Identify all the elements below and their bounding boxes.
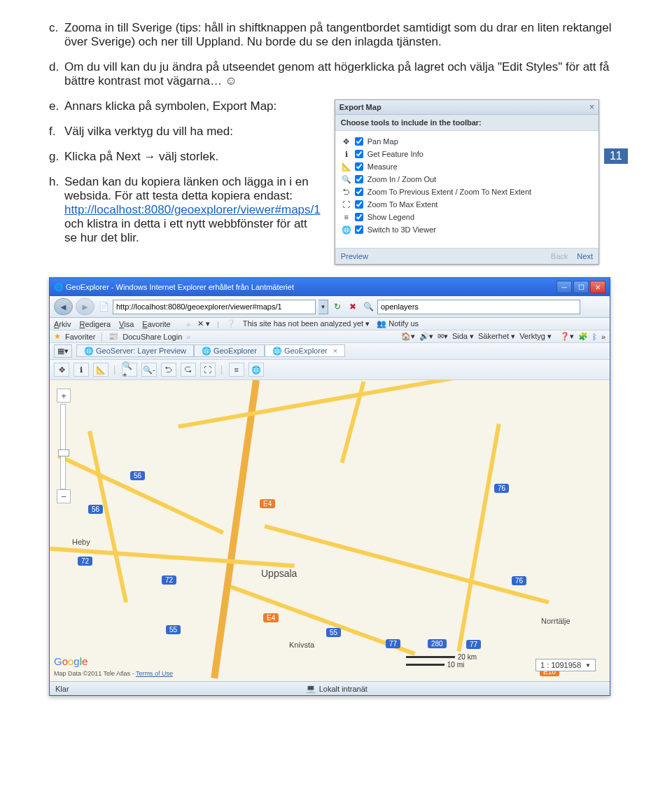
address-history-dropdown[interactable]: ▼ bbox=[318, 300, 328, 314]
road-shield: E4 bbox=[263, 613, 279, 622]
browser-tab[interactable]: 🌐 GeoServer: Layer Preview bbox=[76, 344, 194, 357]
feeds-icon[interactable]: 🔊▾ bbox=[419, 332, 433, 341]
viewer-url-link[interactable]: http://localhost:8080/geoexplorer/viewer… bbox=[64, 203, 321, 216]
tool-pan-icon[interactable]: ✥ bbox=[54, 363, 69, 377]
city-label: Heby bbox=[71, 538, 92, 546]
list-text-f: Välj vilka verktyg du vill ha med: bbox=[64, 125, 321, 139]
forward-button[interactable]: ► bbox=[76, 298, 94, 315]
dialog-preview-link[interactable]: Preview bbox=[341, 252, 368, 260]
tool-next-extent-icon[interactable]: ⮎ bbox=[181, 363, 196, 377]
search-input[interactable] bbox=[377, 300, 580, 314]
status-zone: Lokalt intranät bbox=[319, 685, 368, 693]
home-icon[interactable]: 🏠▾ bbox=[401, 332, 415, 341]
tool-legend-icon[interactable]: ≡ bbox=[229, 363, 244, 377]
quick-tabs-icon[interactable]: ▦▾ bbox=[54, 344, 72, 358]
road-shield: 77 bbox=[466, 640, 481, 649]
scale-ratio-select[interactable]: 1 : 1091958▼ bbox=[536, 659, 596, 671]
menu-item[interactable]: Visa bbox=[119, 320, 134, 328]
tool-prev-extent-icon[interactable]: ⮌ bbox=[161, 363, 176, 377]
tool-icon: ✥ bbox=[341, 137, 352, 146]
back-button[interactable]: ◄ bbox=[54, 298, 73, 315]
dialog-back-link[interactable]: Back bbox=[551, 252, 568, 260]
maximize-button[interactable]: ☐ bbox=[573, 281, 589, 293]
google-logo: Google bbox=[54, 655, 88, 667]
tool-checkbox[interactable] bbox=[355, 150, 363, 158]
tool-label: Pan Map bbox=[368, 137, 398, 146]
plugin-icon[interactable]: 🧩 bbox=[578, 332, 588, 341]
list-letter-c: c. bbox=[49, 21, 64, 49]
tab-close-icon[interactable]: × bbox=[333, 347, 337, 355]
fav-tool-item[interactable]: Säkerhet ▾ bbox=[478, 332, 515, 340]
menu-item[interactable]: Eavorite bbox=[142, 320, 170, 328]
bluetooth-icon[interactable]: ᛒ bbox=[592, 333, 597, 341]
mail-icon[interactable]: ✉▾ bbox=[438, 332, 448, 341]
tool-label: Zoom To Max Extent bbox=[368, 200, 438, 209]
tool-checkbox[interactable] bbox=[355, 162, 363, 171]
terms-link[interactable]: Terms of Use bbox=[136, 670, 173, 677]
status-left: Klar bbox=[55, 685, 69, 693]
tool-checkbox[interactable] bbox=[355, 175, 363, 183]
tool-checkbox[interactable] bbox=[355, 188, 363, 196]
list-text-h-after: och klistra in detta i ett nytt webbföns… bbox=[64, 217, 307, 244]
list-text-h: Sedan kan du kopiera länken och lägga in… bbox=[64, 175, 321, 245]
tool-icon: 🌐 bbox=[341, 225, 352, 235]
dialog-next-link[interactable]: Next bbox=[577, 252, 593, 260]
tool-icon: 📐 bbox=[341, 162, 352, 172]
tool-zoomout-icon[interactable]: 🔍- bbox=[141, 363, 157, 377]
road-shield: 72 bbox=[162, 575, 176, 585]
dialog-instruction: Choose tools to include in the toolbar: bbox=[335, 115, 598, 131]
close-button[interactable]: ✕ bbox=[590, 281, 606, 293]
search-provider-icon: 🔍 bbox=[362, 300, 374, 313]
stop-icon[interactable]: ✖ bbox=[346, 300, 359, 313]
tool-3d-icon[interactable]: 🌐 bbox=[248, 363, 264, 377]
zoom-out-button[interactable]: − bbox=[57, 489, 71, 503]
expand-icon[interactable]: » bbox=[601, 333, 606, 341]
notify-button[interactable]: 👥 Notify us bbox=[377, 319, 419, 328]
refresh-icon[interactable]: ↻ bbox=[331, 300, 344, 313]
window-title: 🌐 GeoExplorer - Windows Internet Explore… bbox=[54, 282, 294, 292]
tool-measure-icon[interactable]: 📐 bbox=[93, 363, 108, 377]
dialog-close-icon[interactable]: × bbox=[589, 102, 594, 112]
menu-item[interactable]: Arkiv bbox=[54, 320, 71, 328]
address-input[interactable] bbox=[113, 300, 316, 314]
menu-item[interactable]: Redigera bbox=[79, 320, 111, 328]
tool-icon: ℹ bbox=[341, 149, 352, 159]
list-letter-h: h. bbox=[49, 175, 64, 245]
list-letter-d: d. bbox=[49, 60, 64, 88]
tool-icon: ⮌ bbox=[341, 187, 352, 197]
tool-checkbox[interactable] bbox=[355, 225, 363, 234]
fav-tool-item[interactable]: Sida ▾ bbox=[452, 332, 474, 340]
map-canvas[interactable]: 565672725555E4E476767777280E18 HebyUppsa… bbox=[50, 380, 610, 681]
help-icon[interactable]: ❓▾ bbox=[560, 332, 574, 341]
zoom-slider[interactable] bbox=[60, 404, 66, 489]
road-shield: 76 bbox=[494, 484, 509, 493]
tool-checkbox[interactable] bbox=[355, 213, 363, 221]
tool-zoomin-icon[interactable]: 🔍+ bbox=[122, 363, 137, 377]
minimize-button[interactable]: ─ bbox=[556, 281, 572, 293]
docushare-link[interactable]: DocuShare Login bbox=[122, 333, 182, 341]
list-letter-f: f. bbox=[49, 125, 64, 139]
fav-tool-item[interactable]: Verktyg ▾ bbox=[519, 332, 552, 340]
tool-info-icon[interactable]: ℹ bbox=[74, 363, 89, 377]
road-shield: 56 bbox=[88, 505, 103, 514]
tool-checkbox[interactable] bbox=[355, 137, 363, 146]
browser-tab[interactable]: 🌐 GeoExplorer× bbox=[265, 344, 345, 357]
browser-window: 🌐 GeoExplorer - Windows Internet Explore… bbox=[49, 277, 610, 696]
tool-label: Get Feature Info bbox=[368, 150, 424, 158]
tool-icon: ≡ bbox=[341, 212, 352, 222]
separator: » bbox=[186, 320, 190, 328]
road-shield: 55 bbox=[326, 628, 341, 637]
safety-icon[interactable]: ❔ bbox=[226, 319, 236, 328]
favorites-label: Favoriter bbox=[65, 333, 95, 341]
zoom-in-button[interactable]: + bbox=[57, 389, 71, 403]
list-text-h-before: Sedan kan du kopiera länken och lägga in… bbox=[64, 175, 309, 202]
feed-icon[interactable]: 📰 bbox=[108, 332, 118, 341]
dialog-title: Export Map bbox=[340, 103, 382, 111]
browser-tab[interactable]: 🌐 GeoExplorer bbox=[194, 344, 265, 357]
tool-checkbox[interactable] bbox=[355, 200, 363, 209]
zoom-handle[interactable] bbox=[58, 449, 69, 456]
page-favicon: 📄 bbox=[97, 300, 110, 313]
favorites-star-icon[interactable]: ★ bbox=[54, 332, 61, 341]
dropdown-icon[interactable]: ✕ ▾ bbox=[197, 319, 210, 328]
tool-max-extent-icon[interactable]: ⛶ bbox=[200, 363, 216, 377]
